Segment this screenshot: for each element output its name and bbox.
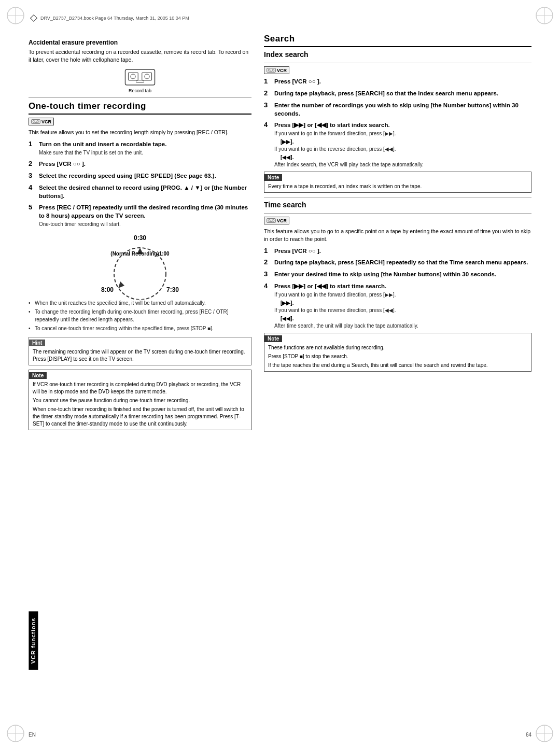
note-box-time: Note These functions are not available d… xyxy=(264,333,531,372)
time-step-4-arrow1: [▶▶]. xyxy=(281,300,531,306)
vcr-icon-one-touch: VCR xyxy=(29,118,54,125)
one-touch-bullets: When the unit reaches the specified time… xyxy=(29,300,251,333)
index-step-2-content: During tape playback, press [SEARCH] so … xyxy=(274,89,531,97)
step-4-num: 4 xyxy=(29,183,36,192)
header-diamond-icon xyxy=(30,15,37,22)
corner-mark-tl xyxy=(5,5,26,26)
step-3: 3 Select the recording speed using [REC … xyxy=(29,172,251,180)
index-step-1-title: Press [VCR ○○ ]. xyxy=(274,77,531,86)
corner-mark-br xyxy=(534,723,555,744)
step-1: 1 Turn on the unit and insert a recordab… xyxy=(29,140,251,157)
vcr-icon-box-index: VCR xyxy=(264,66,289,74)
note-item-2: You cannot use the pause function during… xyxy=(33,397,247,404)
time-search-title: Time search xyxy=(264,201,531,209)
cassette-svg xyxy=(124,68,156,87)
time-step-4-sub1: If you want to go in the forward directi… xyxy=(274,291,531,299)
step-2: 2 Press [VCR ○○ ]. xyxy=(29,160,251,168)
vcr-cassette-icon xyxy=(31,119,40,124)
time-step-4: 4 Press [▶▶] or [◀◀] to start time searc… xyxy=(264,282,531,330)
right-column: Search Index search VCR xyxy=(264,34,531,720)
index-step-1-num: 1 xyxy=(264,77,271,86)
time-step-4-num: 4 xyxy=(264,282,271,291)
step-3-title: Select the recording speed using [REC SP… xyxy=(39,172,251,180)
index-step-4-arrow1: [▶▶]. xyxy=(281,138,531,145)
note-item-1: If VCR one-touch timer recording is comp… xyxy=(33,381,247,395)
time-step-3-title: Enter your desired time to skip using [t… xyxy=(274,270,531,278)
step-1-sub: Make sure that the TV input is set on th… xyxy=(39,149,251,157)
svg-point-16 xyxy=(145,74,149,79)
note-time-item-3: If the tape reaches the end during a Sea… xyxy=(268,362,527,369)
dial-diagram: 0:30 (Normal Recording)1:00 8:00 xyxy=(88,234,192,293)
page: DRV_B2737_B2734.book Page 64 Thursday, M… xyxy=(0,0,560,749)
vcr-icon-box-time: VCR xyxy=(264,217,289,224)
time-step-1-content: Press [VCR ○○ ]. xyxy=(274,247,531,255)
step-5-content: Press [REC / OTR] repeatedly until the d… xyxy=(39,203,251,228)
svg-point-27 xyxy=(272,69,274,72)
hint-box-title: Hint xyxy=(29,340,45,346)
index-step-4-arrow2: [◀◀]. xyxy=(281,154,531,160)
divider-1 xyxy=(29,97,251,98)
one-touch-title: One-touch timer recording xyxy=(29,101,251,111)
vcr-icon-box: VCR xyxy=(29,118,54,125)
time-search-divider xyxy=(264,197,531,197)
header-bar: DRV_B2737_B2734.book Page 64 Thursday, M… xyxy=(31,16,529,21)
index-search-section: Index search VCR xyxy=(264,50,531,193)
step-1-title: Turn on the unit and insert a recordable… xyxy=(39,140,251,148)
vcr-label-time: VCR xyxy=(277,218,287,223)
footer-lang: EN xyxy=(29,732,36,738)
step-4-title: Select the desired channel to record usi… xyxy=(39,183,251,200)
svg-rect-13 xyxy=(129,73,138,80)
index-step-3: 3 Enter the number of recordings you wis… xyxy=(264,101,531,118)
accidental-erasure-desc: To prevent accidental recording on a rec… xyxy=(29,48,251,64)
time-search-section: Time search VCR This feature allow xyxy=(264,201,531,372)
time-step-1-num: 1 xyxy=(264,247,271,256)
main-content: Accidental erasure prevention To prevent… xyxy=(29,34,531,720)
step-4: 4 Select the desired channel to record u… xyxy=(29,183,251,200)
step-2-title: Press [VCR ○○ ]. xyxy=(39,160,251,168)
step-3-content: Select the recording speed using [REC SP… xyxy=(39,172,251,180)
time-step-1-title: Press [VCR ○○ ]. xyxy=(274,247,531,255)
one-touch-desc: This feature allows you to set the recor… xyxy=(29,129,251,136)
vcr-label-index: VCR xyxy=(277,68,287,73)
step-5-sub: One-touch timer recording will start. xyxy=(39,221,251,228)
note-box-index-title: Note xyxy=(264,174,282,181)
svg-point-19 xyxy=(33,121,35,123)
bullet-1: When the unit reaches the specified time… xyxy=(29,300,251,307)
step-4-content: Select the desired channel to record usi… xyxy=(39,183,251,200)
search-rule xyxy=(264,46,531,47)
one-touch-section: One-touch timer recording VCR This xyxy=(29,101,251,430)
step-3-num: 3 xyxy=(29,172,36,180)
time-step-4-arrow2: [◀◀]. xyxy=(281,315,531,321)
note-time-item-2: Press [STOP ■] to stop the search. xyxy=(268,353,527,360)
corner-mark-tr xyxy=(534,5,555,26)
time-step-1: 1 Press [VCR ○○ ]. xyxy=(264,247,531,256)
svg-point-20 xyxy=(37,121,39,123)
time-search-rule xyxy=(264,213,531,214)
time-step-4-title: Press [▶▶] or [◀◀] to start time search. xyxy=(274,282,531,290)
svg-rect-17 xyxy=(136,80,144,83)
step-2-content: Press [VCR ○○ ]. xyxy=(39,160,251,168)
record-tab-label: Record tab xyxy=(129,88,151,93)
vcr-cassette-icon-time xyxy=(267,218,276,223)
dial-bottom-row: 8:00 7:30 xyxy=(101,286,179,293)
index-step-4-sub1: If you want to go in the forward directi… xyxy=(274,130,531,137)
time-step-4-sub3: After time search, the unit will play ba… xyxy=(274,322,531,330)
bullet-2: To change the recording length during on… xyxy=(29,308,251,323)
step-2-num: 2 xyxy=(29,160,36,168)
bullet-3: To cancel one-touch timer recording with… xyxy=(29,325,251,333)
time-search-desc: This feature allows you to go to a speci… xyxy=(264,228,531,243)
time-step-3-num: 3 xyxy=(264,270,271,279)
time-step-4-sub2: If you want to go in the reverse directi… xyxy=(274,307,531,314)
record-tab-image: Record tab xyxy=(29,68,251,93)
dial-middle-label: (Normal Recording)1:00 xyxy=(110,250,169,257)
step-5-title: Press [REC / OTR] repeatedly until the d… xyxy=(39,203,251,220)
vcr-icon-time: VCR xyxy=(264,217,289,224)
one-touch-rule xyxy=(29,114,251,115)
accidental-erasure-title: Accidental erasure prevention xyxy=(29,39,251,46)
note-box-one-touch: Note If VCR one-touch timer recording is… xyxy=(29,370,251,430)
time-step-4-content: Press [▶▶] or [◀◀] to start time search.… xyxy=(274,282,531,330)
index-step-4-sub2: If you want to go in the reverse directi… xyxy=(274,146,531,153)
index-step-1-content: Press [VCR ○○ ]. xyxy=(274,77,531,86)
svg-point-15 xyxy=(131,74,135,79)
index-step-4-num: 4 xyxy=(264,121,271,130)
